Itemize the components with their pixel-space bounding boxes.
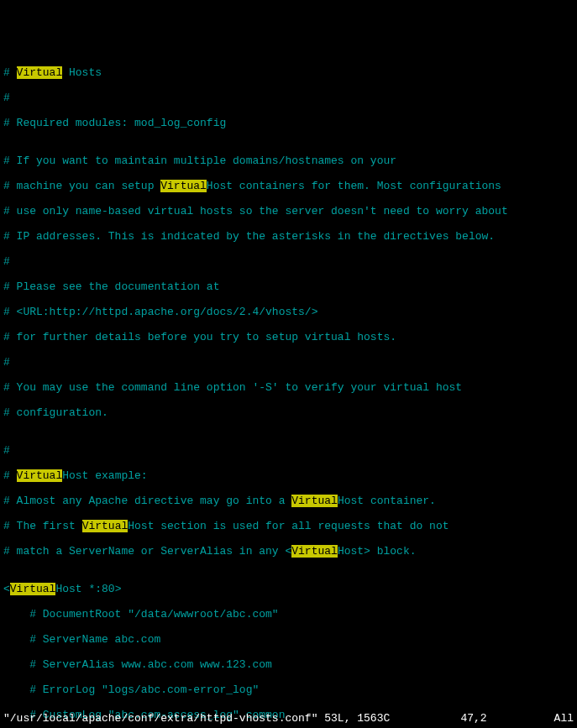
comment-line: # ServerName abc.com xyxy=(3,633,574,646)
comment-line: # configuration. xyxy=(3,406,574,419)
comment-line: # The first VirtualHost section is used … xyxy=(3,520,574,532)
comment-line: # DocumentRoot "/data/wwwroot/abc.com" xyxy=(3,608,574,621)
comment-line: # xyxy=(3,356,574,369)
comment-line: # <URL:http://httpd.apache.org/docs/2.4/… xyxy=(3,306,574,318)
search-highlight: Virtual xyxy=(291,495,338,507)
comment-line: # Almost any Apache directive may go int… xyxy=(3,495,574,507)
search-highlight: Virtual xyxy=(10,583,56,595)
comment-line: # You may use the command line option '-… xyxy=(3,381,574,394)
comment-line: # use only name-based virtual hosts so t… xyxy=(3,205,574,217)
comment-line: # xyxy=(3,444,574,457)
comment-line: # match a ServerName or ServerAlias in a… xyxy=(3,545,574,558)
comment-line: # for further details before you try to … xyxy=(3,331,574,343)
comment-line: # xyxy=(3,92,574,104)
status-scroll-indicator: All xyxy=(554,712,574,725)
comment-line: # ServerAlias www.abc.com www.123.com xyxy=(3,658,574,671)
vim-status-bar: "/usr/local/apache/conf/extra/httpd-vhos… xyxy=(3,712,574,725)
comment-line: # Required modules: mod_log_config xyxy=(3,117,574,129)
comment-line: # If you want to maintain multiple domai… xyxy=(3,155,574,167)
editor-content[interactable]: # Virtual Hosts # # Required modules: mo… xyxy=(3,54,574,728)
search-highlight: Virtual xyxy=(82,520,129,532)
comment-line: # IP addresses. This is indicated by the… xyxy=(3,230,574,243)
comment-line: # xyxy=(3,255,574,268)
comment-line: # ErrorLog "logs/abc.com-error_log" xyxy=(3,683,574,696)
status-filepath: "/usr/local/apache/conf/extra/httpd-vhos… xyxy=(3,712,390,725)
search-highlight: Virtual xyxy=(17,66,63,79)
search-highlight: Virtual xyxy=(17,469,63,482)
comment-line: # Please see the documentation at xyxy=(3,280,574,293)
search-highlight: Virtual xyxy=(291,545,338,558)
comment-line: # Virtual Hosts xyxy=(3,66,574,79)
config-line: <VirtualHost *:80> xyxy=(3,583,574,595)
status-cursor-position: 47,2 xyxy=(460,712,486,725)
search-highlight: Virtual xyxy=(160,180,207,192)
comment-line: # VirtualHost example: xyxy=(3,469,574,482)
comment-line: # machine you can setup VirtualHost cont… xyxy=(3,180,574,192)
